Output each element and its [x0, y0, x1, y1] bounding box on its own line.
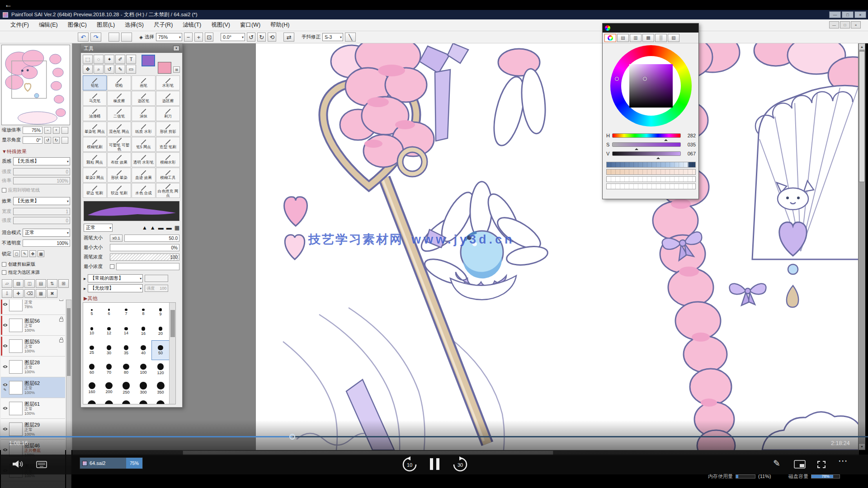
tool-cell[interactable]: 画笔 [132, 75, 156, 90]
brush-blend-dropdown[interactable]: 正常 [84, 224, 113, 232]
tool-cell[interactable]: 硬边 笔刷 [83, 183, 107, 198]
eye-icon[interactable] [2, 406, 8, 410]
texture-dropdown[interactable]: 【无质感】 [13, 157, 70, 165]
brush-size-cell[interactable]: 100 [135, 360, 152, 379]
stabilizer-dropdown[interactable]: S-3 [322, 33, 343, 41]
tool-cell[interactable]: 铅笔 [83, 75, 107, 90]
tool-cell[interactable]: 透明 水彩笔 [132, 152, 156, 167]
brush-size-cell[interactable]: 30 [100, 341, 118, 360]
layer-row[interactable]: ✎ 图层55 正常 100% [1, 336, 65, 357]
brush-texture-dropdown[interactable]: 【无纹理】 [88, 284, 143, 292]
layer-row[interactable]: ✎ 图层28 正常 100% [1, 357, 65, 377]
canvas-vertical-scrollbar[interactable]: ▲ ▼ [858, 43, 865, 450]
tool-cell[interactable]: 血迹 效果 [132, 168, 156, 183]
brush-size-cell[interactable]: 350 [152, 379, 169, 398]
secondary-color-swatch[interactable] [158, 62, 171, 74]
brush-size-cell[interactable]: 25 [83, 341, 100, 360]
tool-cell[interactable]: 布纹 效果 [107, 152, 131, 167]
brush-tip-icon[interactable]: ▬ [158, 225, 164, 230]
tool-cell[interactable]: 形状 晕染 [107, 168, 131, 183]
brush-size-cell[interactable]: 200 [100, 379, 118, 398]
tool-cell[interactable]: 软边 笔刷 [107, 183, 131, 198]
nav-rotate-cw-button[interactable]: ↻ [53, 137, 60, 144]
primary-color-swatch[interactable] [142, 55, 155, 66]
tool-cell[interactable]: 选区擦 [156, 91, 180, 106]
brush-size-cell[interactable]: 5 [83, 303, 100, 322]
color-panel-tab[interactable]: ▧ [668, 34, 679, 42]
zoom-dropdown[interactable]: 75% [156, 33, 182, 41]
volume-icon[interactable] [12, 460, 24, 468]
saturation-value-box[interactable] [629, 64, 673, 108]
navigator-zoom-value[interactable]: 75% [23, 127, 42, 134]
brush-size-cell[interactable]: 35 [118, 341, 135, 360]
layer-row[interactable]: ✎ 图层56 正常 100% [1, 315, 65, 336]
tool-cell[interactable]: 喷枪 [107, 75, 131, 90]
tool-cell[interactable]: 晕染2 网点 [83, 168, 107, 183]
layer-tool-icon[interactable]: ▨ [13, 279, 24, 288]
brush-size-cell[interactable]: 20 [152, 322, 169, 341]
layer-thumbnail[interactable] [9, 360, 23, 374]
window-titlebar[interactable]: PaintTool SAI Ver.2 (64bit) Preview.2018… [0, 10, 868, 19]
tool-cell[interactable]: 混色笔 网点 [107, 122, 131, 136]
min-density-checkbox[interactable] [110, 264, 114, 269]
brush-texture-strength[interactable]: 强度 100 [145, 285, 168, 292]
texture-scale-slider[interactable]: 100% [13, 177, 70, 184]
lock-option-icon[interactable]: ◻ [13, 250, 20, 257]
lock-option-icon[interactable]: ✎ [21, 250, 28, 257]
color-wheel[interactable] [610, 45, 692, 127]
tool-cell[interactable]: 晕染笔 网点 [83, 122, 107, 136]
palette-tool-icon[interactable]: ✐ [115, 55, 125, 64]
hue-marker[interactable] [615, 77, 619, 81]
layer-tool-icon[interactable]: ▤ [36, 279, 46, 288]
menu-item[interactable]: 图像(C) [63, 19, 92, 31]
forward-30-icon[interactable]: 30 [452, 456, 468, 473]
value-slider[interactable] [612, 151, 681, 156]
tool-window-collapse-icon[interactable]: ▾ [173, 46, 179, 51]
palette-tool-icon[interactable]: ✥ [83, 65, 93, 74]
layer-tool-icon[interactable]: ⇩ [2, 289, 12, 298]
effect-dropdown[interactable]: 【无效果】 [13, 197, 70, 205]
brush-tip-icon[interactable]: ▲ [142, 225, 147, 230]
color-panel-tab[interactable]: ▤ [617, 34, 629, 42]
special-effects-header[interactable]: ▼特殊效果 [2, 148, 70, 155]
menu-item[interactable]: 帮助(H) [265, 19, 294, 31]
layer-tool-icon[interactable]: ⊞ [58, 279, 69, 288]
navigator-thumbnail[interactable] [1, 45, 70, 125]
tool-cell[interactable]: 选区笔 [132, 91, 156, 106]
swatch-strip-empty-1[interactable] [606, 176, 696, 182]
layer-tool-icon[interactable]: ✚ [13, 289, 24, 298]
layer-thumbnail[interactable] [9, 300, 23, 311]
brush-size-cell[interactable]: 8 [135, 303, 152, 322]
nav-zoom-out-button[interactable]: − [44, 127, 51, 134]
tool-cell[interactable]: 模糊工具 [156, 168, 180, 183]
brush-tip-icon[interactable]: ▲ [150, 225, 156, 230]
eye-icon[interactable] [2, 427, 8, 431]
apply-linework-row[interactable]: 应用到明暗笔线 [2, 187, 70, 193]
scroll-down-icon[interactable]: ▼ [859, 443, 865, 450]
color-panel-tab[interactable]: ◉ [604, 34, 616, 42]
layer-thumbnail[interactable] [9, 422, 23, 436]
density-slider[interactable]: 100 [110, 253, 179, 261]
rewind-10-icon[interactable]: 10 [401, 456, 418, 473]
eye-icon[interactable] [2, 365, 8, 369]
palette-tool-icon[interactable]: ⌕ [94, 65, 104, 74]
layer-row[interactable]: ✎ 正常 78% [1, 300, 65, 315]
scroll-up-icon[interactable]: ▲ [859, 43, 865, 50]
menu-item[interactable]: 文件(F) [5, 19, 34, 31]
apply-linework-checkbox[interactable] [2, 188, 6, 192]
brush-size-cell[interactable]: 300 [135, 379, 152, 398]
layer-thumbnail[interactable] [9, 319, 23, 332]
nav-zoom-in-button[interactable]: + [53, 127, 60, 134]
brush-texture-arrow[interactable]: ▸ [84, 286, 86, 291]
clipping-checkbox[interactable] [2, 262, 6, 267]
layer-thumbnail[interactable] [9, 339, 23, 353]
brush-tip-icon[interactable]: ▬ [166, 225, 172, 230]
pip-icon[interactable] [794, 460, 806, 469]
nav-angle-reset-button[interactable] [61, 137, 68, 144]
brush-size-cell[interactable]: 6 [100, 303, 118, 322]
swatch-strip-blue[interactable] [606, 162, 696, 168]
vertical-scrollbar-thumb[interactable] [859, 51, 865, 182]
tool-preset-button[interactable] [108, 33, 119, 42]
angle-dropdown[interactable]: 0.0° [221, 33, 245, 41]
doc-maximize-button[interactable]: □ [840, 21, 850, 28]
